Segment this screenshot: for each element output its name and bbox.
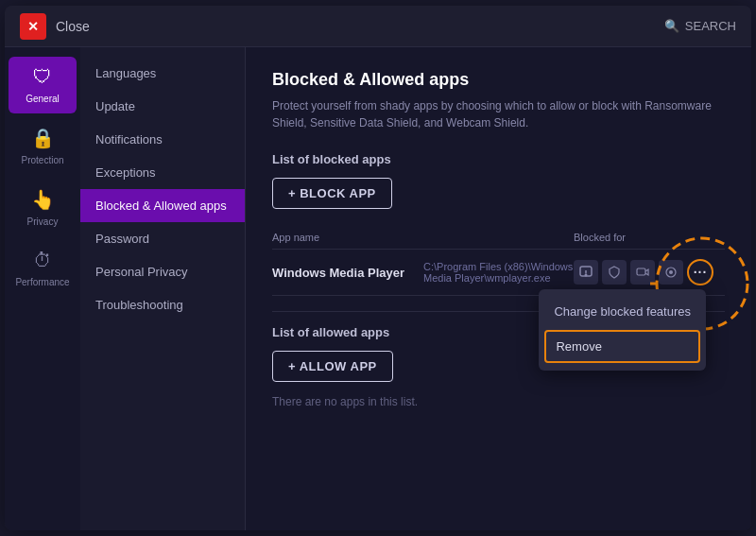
svg-rect-3 (637, 268, 645, 275)
allow-app-button[interactable]: + ALLOW APP (272, 351, 393, 382)
sidebar-item-protection[interactable]: 🔒 Protection (9, 117, 77, 175)
sidebar-item-languages[interactable]: Languages (80, 57, 245, 90)
header-app-name: App name (272, 232, 423, 243)
more-options-button[interactable]: ··· (687, 259, 713, 285)
sidebar-item-exceptions[interactable]: Exceptions (80, 156, 245, 189)
title-bar: ✕ Close 🔍 SEARCH (5, 6, 751, 47)
panel-title: Blocked & Allowed apps (272, 70, 725, 90)
title-bar-left: ✕ Close (20, 13, 90, 40)
block-app-button[interactable]: + BLOCK APP (272, 178, 392, 209)
app-name: Windows Media Player (272, 266, 423, 280)
header-path (423, 232, 574, 243)
main-panel: Blocked & Allowed apps Protect yourself … (246, 47, 751, 530)
sidebar-item-privacy[interactable]: 👆 Privacy (9, 179, 77, 236)
app-window: ✕ Close 🔍 SEARCH 🛡 General 🔒 Protection … (5, 6, 751, 530)
sidebar-item-troubleshooting[interactable]: Troubleshooting (80, 288, 245, 321)
remove-item[interactable]: Remove (544, 330, 700, 363)
sidebar-item-performance[interactable]: ⏱ Performance (9, 240, 77, 297)
sidebar-item-password[interactable]: Password (80, 222, 245, 255)
search-button[interactable]: 🔍 SEARCH (664, 19, 736, 33)
blocked-section-title: List of blocked apps (272, 152, 725, 166)
protection-label: Protection (21, 155, 63, 165)
privacy-icon: 👆 (31, 188, 55, 211)
dropdown-menu: Change blocked features Remove (539, 289, 706, 371)
extra-shield-icon (659, 260, 683, 285)
performance-icon: ⏱ (33, 250, 52, 271)
performance-label: Performance (15, 277, 69, 287)
general-icon: 🛡 (33, 66, 52, 88)
sidebar-item-notifications[interactable]: Notifications (80, 123, 245, 156)
sidebar-item-blocked-allowed[interactable]: Blocked & Allowed apps (80, 189, 245, 222)
general-label: General (26, 94, 60, 104)
webcam-shield-icon (630, 260, 655, 285)
sidebar-item-personal-privacy[interactable]: Personal Privacy (80, 255, 245, 288)
ransomware-shield-icon (574, 260, 598, 285)
sidebar-item-update[interactable]: Update (80, 90, 245, 123)
app-path: C:\Program Files (x86)\Windows Media Pla… (423, 261, 574, 284)
table-row: Windows Media Player C:\Program Files (x… (272, 250, 725, 296)
main-content: 🛡 General 🔒 Protection 👆 Privacy ⏱ Perfo… (5, 47, 751, 530)
protection-icon: 🔒 (31, 127, 55, 149)
icon-sidebar: 🛡 General 🔒 Protection 👆 Privacy ⏱ Perfo… (5, 47, 80, 530)
blocked-icons: ··· (574, 259, 725, 285)
panel-description: Protect yourself from shady apps by choo… (272, 97, 725, 131)
privacy-label: Privacy (27, 216, 59, 227)
change-blocked-features-item[interactable]: Change blocked features (539, 295, 706, 328)
sidebar-item-general[interactable]: 🛡 General (9, 57, 77, 113)
window-title: Close (56, 19, 90, 34)
data-shield-icon (602, 260, 627, 285)
no-apps-text: There are no apps in this list. (272, 395, 725, 408)
svg-point-1 (585, 274, 588, 277)
svg-point-5 (669, 270, 673, 274)
table-header: App name Blocked for (272, 226, 725, 250)
close-button[interactable]: ✕ (20, 13, 46, 40)
header-blocked-for: Blocked for (574, 232, 725, 243)
search-icon: 🔍 (664, 19, 679, 33)
search-label: SEARCH (685, 19, 736, 33)
text-sidebar: Languages Update Notifications Exception… (80, 47, 246, 530)
